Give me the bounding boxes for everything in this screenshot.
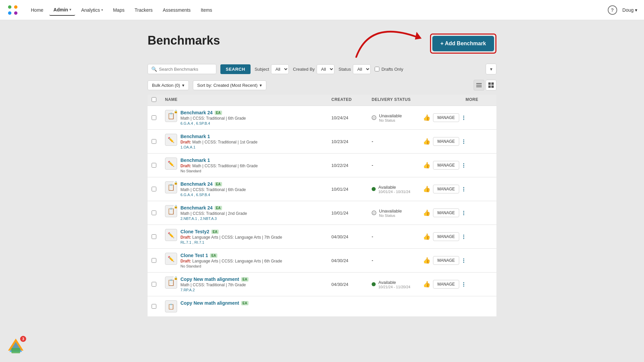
status-select[interactable]: All: [353, 64, 371, 74]
status-info-1: Unavailable No Status: [379, 113, 402, 122]
search-input[interactable]: [159, 67, 213, 72]
nav-trackers[interactable]: Trackers: [130, 5, 157, 15]
more-button-5[interactable]: [462, 209, 466, 217]
row-standards-1[interactable]: 6.G.A.4 , 6.SP.B.4: [180, 121, 246, 125]
row-icon-4: 📋 🔒: [165, 181, 177, 193]
row-meta-3: Draft: Math | CCSS: Traditional | 6th Gr…: [180, 164, 258, 168]
sort-chevron-icon: ▾: [260, 83, 262, 88]
arrow-annotation: [350, 13, 443, 60]
row-checkbox-4[interactable]: [152, 187, 165, 191]
no-status-7: -: [372, 258, 373, 263]
row-name-link-1[interactable]: Benchmark 24 EA: [180, 110, 246, 115]
more-button-1[interactable]: [462, 114, 466, 121]
row-icon-5: 📋 🔒: [165, 205, 177, 217]
row-checkbox-3[interactable]: [152, 163, 165, 168]
user-menu[interactable]: Doug ▾: [623, 7, 637, 13]
table-row: ✏️ Benchmark 1 Draft: Math | CCSS: Tradi…: [148, 154, 496, 177]
thumbs-icon-1[interactable]: 👍: [423, 114, 430, 121]
thumbs-icon-2[interactable]: 👍: [423, 138, 430, 145]
bulk-action-button[interactable]: Bulk Action (0) ▾: [148, 80, 189, 90]
search-button[interactable]: SEARCH: [220, 64, 251, 74]
subject-select[interactable]: All: [271, 64, 289, 74]
thumbs-icon-6[interactable]: 👍: [423, 233, 430, 240]
row-meta-2: Draft: Math | CCSS: Traditional | 1st Gr…: [180, 140, 258, 144]
row-checkbox-7[interactable]: [152, 258, 165, 263]
row-icon-2: ✏️: [165, 134, 177, 146]
drafts-only-checkbox[interactable]: [375, 67, 379, 71]
nav-home[interactable]: Home: [27, 5, 47, 15]
status-name-8: Available: [378, 280, 410, 285]
add-benchmark-button[interactable]: + Add Benchmark: [432, 36, 494, 51]
row-name-link-9[interactable]: Copy New math alignment EA: [180, 300, 249, 306]
more-button-8[interactable]: [462, 281, 466, 288]
no-status-6: -: [372, 234, 373, 239]
help-button[interactable]: ?: [608, 5, 617, 15]
created-by-select[interactable]: All: [317, 64, 334, 74]
app-logo[interactable]: [7, 4, 19, 16]
row-standards-8[interactable]: 7.RP.A.2: [180, 288, 249, 292]
page-header: Benchmarks + Add Benchmark: [148, 34, 496, 54]
sort-button[interactable]: Sort by: Created (Most Recent) ▾: [193, 80, 266, 90]
row-name-link-5[interactable]: Benchmark 24 EA: [180, 205, 247, 210]
status-info-8: Available 10/21/24 - 11/20/24: [378, 280, 410, 289]
ea-badge-5: EA: [215, 206, 222, 210]
thumbs-icon-7[interactable]: 👍: [423, 257, 430, 264]
manage-button-2[interactable]: MANAGE: [433, 137, 459, 146]
more-button-6[interactable]: [462, 233, 466, 240]
status-sub-1: No Status: [379, 118, 402, 122]
row-name-link-8[interactable]: Copy New math alignment EA: [180, 277, 249, 282]
row-standards-6[interactable]: RL.7.1 , RI.7.1: [180, 240, 282, 244]
list-view-button[interactable]: [474, 80, 484, 90]
more-button-7[interactable]: [462, 257, 466, 264]
row-name-info-1: Benchmark 24 EA Math | CCSS: Traditional…: [180, 110, 246, 125]
filter-collapse-button[interactable]: ▾: [486, 64, 496, 74]
admin-chevron-icon: ▾: [69, 8, 71, 11]
manage-button-5[interactable]: MANAGE: [433, 208, 459, 217]
nav-admin[interactable]: Admin ▾: [49, 4, 75, 16]
row-name-link-2[interactable]: Benchmark 1: [180, 134, 258, 139]
manage-button-3[interactable]: MANAGE: [433, 161, 459, 170]
header-checkbox-all[interactable]: [152, 97, 165, 103]
row-name-link-7[interactable]: Clone Test 1 EA: [180, 253, 282, 258]
row-checkbox-8[interactable]: [152, 282, 165, 287]
manage-button-4[interactable]: MANAGE: [433, 185, 459, 193]
nav-analytics[interactable]: Analytics ▾: [77, 5, 107, 15]
row-checkbox-9[interactable]: [152, 304, 165, 309]
row-name-cell-9: 📋 Copy New math alignment EA: [165, 300, 331, 312]
row-name-link-3[interactable]: Benchmark 1: [180, 158, 258, 163]
manage-button-6[interactable]: MANAGE: [433, 232, 459, 241]
grid-view-button[interactable]: [486, 80, 496, 90]
ea-badge-1: EA: [215, 111, 222, 115]
row-checkbox-5[interactable]: [152, 210, 165, 215]
row-standards-4[interactable]: 6.G.A.4 , 6.SP.B.4: [180, 193, 246, 197]
more-button-3[interactable]: [462, 162, 466, 169]
row-created-6: 04/30/24: [331, 234, 372, 239]
status-name-4: Available: [378, 185, 410, 190]
row-name-link-6[interactable]: Clone Testy2 EA: [180, 229, 282, 234]
manage-button-8[interactable]: MANAGE: [433, 280, 459, 289]
row-name-info-7: Clone Test 1 EA Draft: Language Arts | C…: [180, 253, 282, 268]
more-button-2[interactable]: [462, 138, 466, 145]
nav-items[interactable]: Items: [197, 5, 216, 15]
thumbs-icon-5[interactable]: 👍: [423, 209, 430, 217]
row-standards-5[interactable]: 2.NBT.A.1 , 2.NBT.A.3: [180, 217, 247, 221]
thumbs-icon-3[interactable]: 👍: [423, 162, 430, 169]
bottom-logo[interactable]: 3: [7, 337, 25, 355]
status-info-4: Available 10/01/24 - 10/31/24: [378, 185, 410, 194]
more-button-4[interactable]: [462, 186, 466, 193]
manage-button-1[interactable]: MANAGE: [433, 113, 459, 122]
thumbs-icon-8[interactable]: 👍: [423, 281, 430, 288]
table-row: 📋 Copy New math alignment EA: [148, 296, 496, 316]
row-checkbox-2[interactable]: [152, 139, 165, 144]
row-checkbox-1[interactable]: [152, 115, 165, 120]
nav-assessments[interactable]: Assessments: [159, 5, 195, 15]
thumbs-icon-4[interactable]: 👍: [423, 185, 430, 193]
nav-right: ? Doug ▾: [608, 5, 637, 15]
row-icon-8: 📋 🔒: [165, 277, 177, 289]
nav-maps[interactable]: Maps: [109, 5, 128, 15]
manage-button-7[interactable]: MANAGE: [433, 256, 459, 265]
row-standards-2[interactable]: 1.OA.A.1: [180, 145, 258, 149]
lock-icon-5: 🔒: [173, 204, 178, 209]
row-checkbox-6[interactable]: [152, 234, 165, 239]
row-name-link-4[interactable]: Benchmark 24 EA: [180, 181, 246, 187]
